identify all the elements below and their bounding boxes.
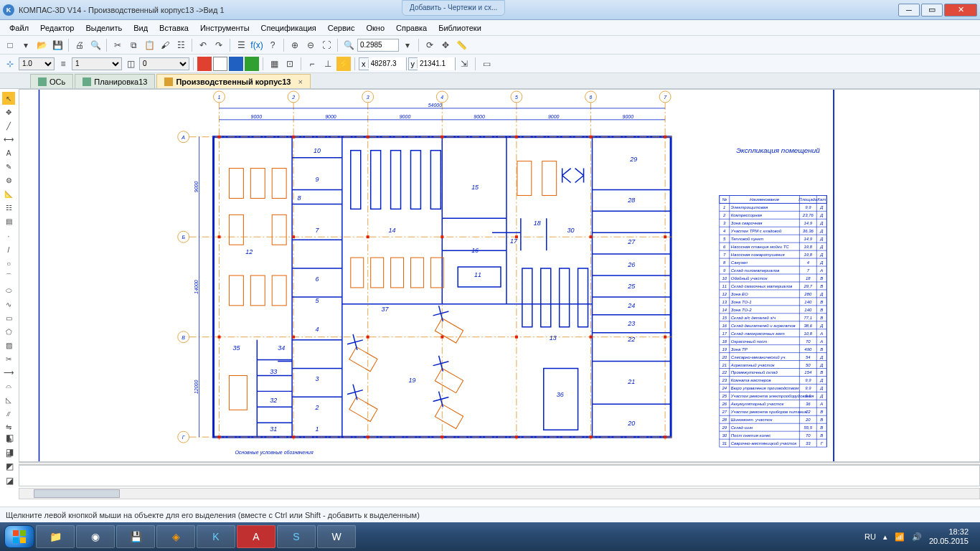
- minimize-button[interactable]: ─: [898, 4, 920, 17]
- variables-button[interactable]: f(x): [250, 38, 264, 52]
- ortho-snap-button[interactable]: ⊥: [321, 57, 335, 71]
- spec-button[interactable]: ☷: [2, 201, 15, 214]
- text-button[interactable]: A: [2, 146, 15, 159]
- tab-os[interactable]: ОСь: [30, 74, 73, 88]
- color3-button[interactable]: [229, 57, 243, 71]
- print-button[interactable]: 🖨: [72, 38, 87, 52]
- arc-button[interactable]: ⌒: [2, 270, 15, 283]
- task-aimp[interactable]: ◈: [156, 525, 195, 548]
- fillet-button[interactable]: ⌓: [2, 380, 15, 392]
- drawing-viewport[interactable]: 1234567 АБВГ 54000 900090009000900090009…: [19, 89, 980, 462]
- menu-select[interactable]: Выделить: [80, 22, 127, 34]
- cut-button[interactable]: ✂: [110, 38, 125, 52]
- aux1-button[interactable]: ◧: [2, 430, 17, 445]
- color2-button[interactable]: [213, 57, 227, 71]
- menu-insert[interactable]: Вставка: [154, 22, 194, 34]
- step-select[interactable]: 1: [72, 57, 122, 70]
- tray-network-icon[interactable]: 📶: [895, 532, 905, 542]
- menu-service[interactable]: Сервис: [323, 22, 360, 34]
- refresh-button[interactable]: ⟳: [423, 38, 437, 52]
- aux2-button[interactable]: ◨: [2, 445, 17, 459]
- menu-tools[interactable]: Инструменты: [195, 22, 255, 34]
- properties-panel[interactable]: [19, 465, 980, 486]
- snap-button[interactable]: ⊡: [283, 57, 297, 71]
- zoom-fit-button[interactable]: ⛶: [319, 38, 334, 52]
- coord-x-input[interactable]: [369, 57, 406, 70]
- coord-y-input[interactable]: [418, 57, 455, 70]
- menu-file[interactable]: Файл: [4, 22, 34, 34]
- task-word[interactable]: W: [317, 525, 356, 548]
- report-button[interactable]: ▤: [2, 215, 15, 227]
- pan-button[interactable]: ✥: [438, 38, 453, 52]
- open-button[interactable]: 📂: [34, 38, 49, 52]
- zoom-dropdown[interactable]: ▾: [400, 38, 415, 52]
- menu-specification[interactable]: Спецификация: [256, 22, 321, 34]
- chamfer-button[interactable]: ◺: [2, 393, 15, 406]
- task-totalcmd[interactable]: 💾: [116, 525, 155, 548]
- trim-button[interactable]: ✂: [2, 352, 15, 365]
- format-painter-button[interactable]: 🖌: [158, 38, 172, 52]
- scroll-thumb[interactable]: [34, 489, 120, 498]
- spline-button[interactable]: ∿: [2, 298, 15, 311]
- menu-help[interactable]: Справка: [391, 22, 432, 34]
- manager-button[interactable]: ☰: [234, 38, 248, 52]
- properties-button[interactable]: ☷: [174, 38, 188, 52]
- zoom-input[interactable]: [357, 39, 399, 52]
- coord-y-box[interactable]: y: [408, 57, 456, 70]
- zoom-window-button[interactable]: 🔍: [341, 38, 356, 52]
- line-button[interactable]: ╱: [2, 119, 15, 132]
- param-button[interactable]: ⚡: [336, 57, 351, 71]
- task-adobe[interactable]: A: [237, 525, 275, 548]
- hatch-button[interactable]: ▨: [2, 339, 15, 352]
- circle-button[interactable]: ○: [2, 257, 15, 270]
- maximize-button[interactable]: ▭: [921, 4, 943, 17]
- measure2-button[interactable]: 📐: [2, 187, 15, 200]
- task-explorer[interactable]: 📁: [36, 525, 75, 548]
- save-button[interactable]: 💾: [50, 38, 65, 52]
- layers-button[interactable]: ◫: [123, 57, 138, 71]
- new-dropdown[interactable]: ▾: [19, 38, 33, 52]
- tab-planirovka[interactable]: Планировка13: [75, 74, 155, 88]
- background-window-tab[interactable]: Добавить - Чертежи и сх...: [402, 0, 505, 16]
- help-cursor-button[interactable]: ?: [265, 38, 280, 52]
- dim-button[interactable]: ⟷: [2, 133, 15, 146]
- task-kompas[interactable]: K: [197, 525, 235, 548]
- linetype-button[interactable]: ≡: [56, 57, 70, 71]
- selection-button[interactable]: ↖: [2, 92, 15, 105]
- tray-flag-icon[interactable]: ▴: [883, 532, 887, 542]
- task-chrome[interactable]: ◉: [76, 525, 115, 548]
- param-button[interactable]: ⚙: [2, 174, 15, 187]
- local-cs-button[interactable]: ⌐: [305, 57, 319, 71]
- close-tab-icon[interactable]: ×: [298, 77, 302, 86]
- menu-window[interactable]: Окно: [361, 22, 390, 34]
- paste-button[interactable]: 📋: [142, 38, 156, 52]
- menu-editor[interactable]: Редактор: [35, 22, 79, 34]
- zoom-in-button[interactable]: ⊕: [288, 38, 302, 52]
- zoom-out-button[interactable]: ⊖: [303, 38, 318, 52]
- layer-select[interactable]: 0: [139, 57, 189, 70]
- grid-button[interactable]: ▦: [267, 57, 281, 71]
- ortho-button[interactable]: ⊹: [3, 57, 17, 71]
- tray-clock[interactable]: 18:32 20.05.2015: [929, 527, 969, 546]
- tray-volume-icon[interactable]: 🔊: [912, 532, 922, 542]
- toggle-size-button[interactable]: ⇲: [457, 57, 471, 71]
- point-button[interactable]: ·: [2, 230, 15, 242]
- undo-button[interactable]: ↶: [196, 38, 210, 52]
- menu-libraries[interactable]: Библиотеки: [433, 22, 486, 34]
- measure-button[interactable]: 📏: [454, 38, 468, 52]
- tab-production[interactable]: Производственный корпус13×: [156, 74, 310, 88]
- segment-button[interactable]: /: [2, 243, 15, 256]
- views-button[interactable]: ▭: [479, 57, 494, 71]
- color4-button[interactable]: [245, 57, 259, 71]
- task-skype[interactable]: S: [277, 525, 316, 548]
- compass-button[interactable]: ✥: [2, 105, 15, 118]
- menu-view[interactable]: Вид: [128, 22, 153, 34]
- close-button[interactable]: ✕: [944, 4, 977, 17]
- lineweight-select[interactable]: 1.0: [19, 57, 55, 70]
- copy-button[interactable]: ⧉: [126, 38, 141, 52]
- redo-button[interactable]: ↷: [212, 38, 226, 52]
- horizontal-scrollbar[interactable]: [19, 488, 980, 499]
- color1-button[interactable]: [197, 57, 212, 71]
- poly-button[interactable]: ⬠: [2, 325, 15, 338]
- aux3-button[interactable]: ◩: [2, 459, 17, 474]
